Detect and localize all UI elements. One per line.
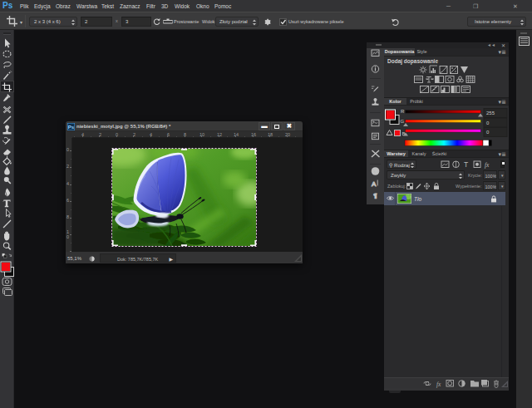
- svg-text:R: R: [401, 109, 405, 114]
- svg-text:0: 0: [66, 147, 69, 152]
- svg-text:16: 16: [251, 132, 256, 137]
- svg-text:12: 12: [217, 132, 222, 137]
- svg-text:20: 20: [285, 132, 290, 137]
- svg-text:G: G: [401, 119, 405, 124]
- svg-text:2: 2: [66, 164, 69, 169]
- svg-text:14: 14: [234, 132, 239, 137]
- svg-text:18: 18: [268, 132, 273, 137]
- svg-text:fx: fx: [485, 161, 490, 169]
- svg-text:6: 6: [66, 198, 69, 203]
- svg-text:4: 4: [66, 181, 69, 186]
- svg-text:kw: kw: [372, 169, 379, 174]
- svg-text:T: T: [464, 160, 468, 169]
- svg-text:¶: ¶: [373, 192, 377, 199]
- svg-text:8: 8: [66, 214, 69, 219]
- svg-text:Ps: Ps: [68, 125, 75, 130]
- svg-text:A: A: [372, 180, 377, 188]
- svg-text:255: 255: [486, 111, 495, 116]
- svg-text:fx: fx: [436, 381, 441, 388]
- svg-text:10: 10: [200, 132, 204, 137]
- svg-text:0: 0: [66, 234, 69, 239]
